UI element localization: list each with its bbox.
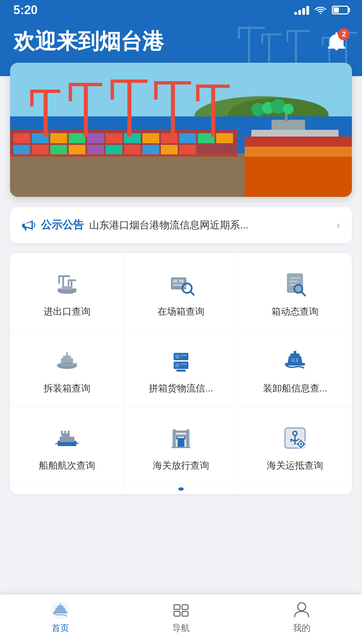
svg-rect-5	[261, 35, 263, 44]
menu-item-import-export[interactable]: 进出口查询	[10, 253, 124, 330]
svg-rect-55	[154, 85, 158, 100]
profile-icon	[292, 601, 311, 619]
svg-rect-34	[13, 145, 30, 154]
nav-label-navigation: 导航	[172, 622, 190, 634]
svg-rect-53	[171, 81, 175, 137]
menu-item-r4-1[interactable]	[10, 484, 124, 494]
menu-label: 箱动态查询	[272, 306, 318, 318]
svg-rect-104	[294, 351, 296, 355]
menu-label: 进出口查询	[44, 306, 90, 318]
svg-rect-95	[66, 352, 68, 357]
svg-rect-87	[290, 277, 300, 279]
svg-rect-112	[64, 431, 66, 435]
anchor-gear-icon	[280, 423, 310, 453]
factory-ship-icon	[52, 423, 82, 453]
menu-grid: 进出口查询 在场箱查询	[10, 253, 352, 494]
svg-rect-81	[179, 279, 184, 283]
announcement-text: 山东港口烟台港物流信息网近期系...	[89, 218, 331, 232]
menu-item-box-dynamic[interactable]: 箱动态查询	[238, 253, 352, 330]
menu-item-dismantle[interactable]: 拆装箱查询	[10, 330, 124, 407]
svg-rect-121	[184, 437, 186, 439]
nav-item-home[interactable]: 首页	[0, 601, 121, 634]
svg-rect-117	[174, 431, 188, 433]
grid-row-2: 拆装箱查询 拼箱货物流信...	[10, 330, 352, 407]
svg-rect-3	[268, 34, 270, 67]
menu-item-voyage[interactable]: 船舶航次查询	[10, 407, 124, 484]
svg-rect-2	[238, 29, 240, 39]
nav-item-profile[interactable]: 我的	[241, 601, 362, 634]
svg-rect-106	[292, 358, 294, 362]
svg-rect-80	[173, 279, 178, 283]
announcement-icon	[22, 219, 36, 231]
stacked-boxes-icon	[166, 346, 196, 376]
svg-rect-42	[161, 145, 178, 154]
svg-rect-102	[176, 370, 186, 372]
svg-rect-65	[245, 137, 352, 147]
svg-rect-1	[238, 27, 265, 29]
svg-rect-36	[50, 145, 67, 154]
nav-item-navigation[interactable]: 导航	[121, 601, 241, 634]
svg-rect-142	[174, 611, 180, 616]
grid-row-3: 船舶航次查询 海关放行查询	[10, 407, 352, 484]
svg-rect-37	[69, 145, 85, 154]
svg-rect-29	[142, 133, 159, 143]
menu-item-customs-arrival[interactable]: 海关运抵查询	[238, 407, 352, 484]
grid-row-1: 进出口查询 在场箱查询	[10, 253, 352, 330]
announcement-bar[interactable]: 公示公告 山东港口烟台港物流信息网近期系... ›	[10, 207, 352, 243]
svg-rect-31	[179, 133, 196, 143]
svg-rect-46	[30, 93, 34, 106]
nav-label-home: 首页	[52, 622, 69, 634]
svg-rect-48	[69, 83, 102, 86]
svg-rect-140	[174, 605, 180, 609]
svg-rect-119	[178, 438, 184, 447]
announcement-arrow: ›	[337, 219, 340, 231]
svg-line-91	[301, 292, 305, 296]
svg-rect-11	[322, 39, 323, 45]
svg-rect-107	[296, 358, 298, 362]
svg-rect-40	[124, 145, 141, 154]
svg-rect-56	[211, 85, 215, 137]
svg-rect-120	[176, 437, 178, 439]
menu-item-onsite-box[interactable]: 在场箱查询	[124, 253, 238, 330]
svg-rect-54	[154, 81, 191, 85]
svg-rect-52	[111, 83, 114, 100]
svg-rect-26	[87, 133, 104, 143]
signal-icon	[294, 5, 309, 15]
battery-icon	[332, 6, 349, 14]
svg-rect-72	[58, 277, 60, 284]
svg-rect-113	[68, 431, 69, 435]
page-title: 欢迎来到烟台港	[13, 27, 164, 56]
svg-rect-88	[290, 281, 298, 282]
container-search-icon	[166, 269, 196, 299]
menu-item-r4-3[interactable]	[238, 484, 352, 494]
crane-ship-icon	[52, 269, 82, 299]
svg-rect-61	[272, 120, 305, 130]
ship-water-icon	[52, 346, 82, 376]
menu-item-r4-2[interactable]	[124, 484, 238, 494]
svg-rect-43	[179, 145, 196, 154]
svg-rect-45	[30, 90, 60, 93]
svg-rect-33	[216, 133, 233, 143]
svg-rect-27	[106, 133, 122, 143]
svg-rect-44	[44, 90, 48, 137]
svg-rect-111	[61, 431, 63, 435]
svg-rect-132	[300, 440, 302, 442]
svg-point-69	[283, 104, 294, 114]
svg-rect-7	[287, 30, 310, 32]
menu-label: 船舶航次查询	[39, 460, 95, 472]
menu-item-mixed-cargo[interactable]: 拼箱货物流信...	[124, 330, 238, 407]
svg-rect-8	[287, 32, 288, 42]
notification-bell[interactable]: 2	[324, 30, 349, 54]
svg-rect-63	[245, 157, 352, 197]
svg-rect-118	[174, 435, 188, 437]
nav-label-profile: 我的	[293, 622, 310, 634]
svg-rect-57	[196, 85, 230, 88]
svg-rect-41	[142, 145, 159, 154]
menu-item-load-unload[interactable]: 装卸船信息查...	[238, 330, 352, 407]
grid-row-4	[10, 484, 352, 494]
svg-rect-24	[50, 133, 67, 143]
menu-item-customs-release[interactable]: 海关放行查询	[124, 407, 238, 484]
svg-rect-98	[181, 355, 187, 356]
svg-rect-50	[127, 79, 131, 137]
svg-rect-0	[248, 27, 250, 67]
